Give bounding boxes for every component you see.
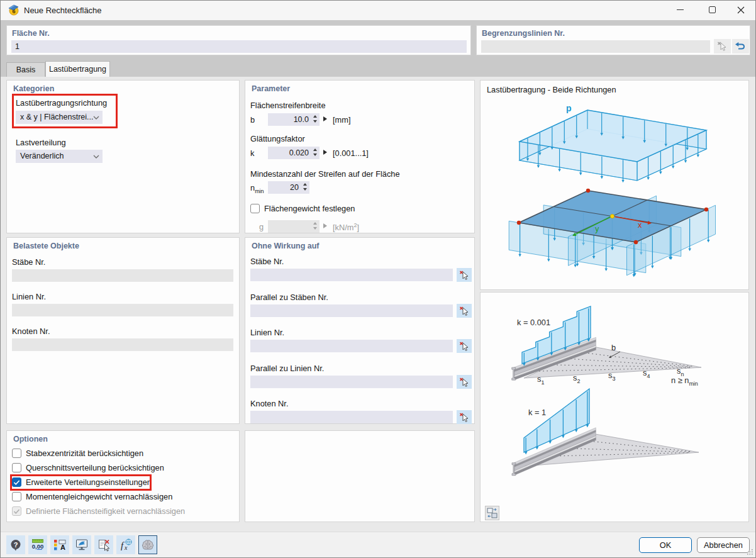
chevron-down-icon [93, 155, 99, 159]
pick-cursor-icon [716, 40, 728, 52]
annotation-box-erweiterte [10, 474, 152, 491]
cancel-button[interactable]: Abbrechen [697, 537, 750, 553]
tab-basis[interactable]: Basis [6, 62, 45, 77]
b-input[interactable]: 10.0 [268, 113, 320, 126]
y-axis-label: y [595, 224, 599, 233]
linien-input[interactable] [12, 304, 233, 316]
checkbox-definierte-steifigkeit[interactable] [12, 506, 21, 516]
deselect-cursor-icon [459, 376, 470, 388]
p-load-label: p [566, 103, 572, 113]
toolbar-apply-view-button[interactable] [72, 535, 91, 554]
toolbar-display-options-button[interactable]: A [50, 535, 69, 554]
g-symbol: g [259, 222, 264, 232]
ohne-knoten-label: Knoten Nr. [250, 399, 288, 408]
decimal-places-icon: 0,00 [31, 538, 45, 552]
begrenzung-label: Begrenzungslinien Nr. [482, 29, 565, 38]
spinner-arrows[interactable] [303, 183, 307, 191]
staebe-input[interactable] [12, 269, 233, 282]
maximize-button[interactable] [709, 6, 716, 13]
help-icon: ? [9, 538, 22, 551]
apply-to-view-icon [75, 538, 89, 552]
k-detail-arrow[interactable] [323, 150, 327, 155]
belastete-title: Belastete Objekte [13, 242, 79, 250]
verteilung-select[interactable]: Veränderlich [16, 150, 103, 163]
kategorien-panel: Kategorien Lastübertragungsrichtung x & … [6, 80, 240, 233]
stabexzentrizitaet-label: Stabexzentrizität berücksichtigen [26, 449, 143, 458]
ohne-knoten-pick-button[interactable] [457, 410, 472, 424]
ohne-parallel-staebe-input[interactable] [250, 304, 453, 317]
definierte-steifigkeit-label: Definierte Flächensteifigkeit vernachläs… [26, 506, 185, 516]
ohne-staebe-pick-button[interactable] [457, 268, 472, 282]
toolbar-help-button[interactable]: ? [6, 535, 25, 554]
staebe-label: Stäbe Nr. [12, 257, 45, 267]
begrenzung-pick-button[interactable] [714, 39, 731, 53]
nmin-value: 20 [290, 181, 299, 194]
linien-label: Linien Nr. [12, 292, 46, 301]
ai-assist-icon [141, 538, 155, 552]
ohne-parallel-staebe-pick-button[interactable] [457, 304, 472, 318]
b-symbol: b [250, 115, 255, 125]
flaeche-label: Fläche Nr. [12, 29, 50, 38]
toolbar-decimal-button[interactable]: 0,00 [28, 535, 47, 554]
parameter-title: Parameter [252, 84, 290, 93]
ohne-wirkung-panel: Ohne Wirkung auf Stäbe Nr. Parallel zu S… [245, 237, 475, 424]
ohne-knoten-input[interactable] [250, 411, 453, 423]
checkbox-momentengleichgewicht[interactable] [12, 492, 21, 501]
flaeche-input[interactable]: 1 [11, 40, 467, 53]
tab-lastuebertragung[interactable]: Lastübertragung [45, 61, 110, 77]
k-input[interactable]: 0.020 [268, 147, 320, 159]
preview-top-panel: Lastübertragung - Beide Richtungen p x y [480, 80, 749, 290]
ohne-linien-pick-button[interactable] [457, 339, 472, 353]
checkbox-flaechengewicht[interactable] [250, 204, 260, 213]
n-symbol: nmin [250, 183, 264, 194]
spinner-arrows[interactable] [313, 148, 317, 156]
s2-label: s2 [573, 373, 580, 384]
toolbar-deselect-button[interactable] [94, 535, 113, 554]
verteilung-label: Lastverteilung [16, 138, 66, 147]
b-unit: [mm] [333, 115, 350, 125]
begrenzung-undo-button[interactable] [732, 39, 749, 53]
spinner-arrows[interactable] [313, 115, 317, 123]
deselect-cursor-icon [459, 269, 470, 281]
knoten-input[interactable] [12, 338, 233, 351]
mindest-label: Mindestanzahl der Streifen auf der Fläch… [250, 169, 400, 179]
begrenzung-panel: Begrenzungslinien Nr. [476, 25, 750, 55]
ohne-staebe-input[interactable] [250, 269, 453, 281]
ohne-linien-input[interactable] [250, 340, 453, 352]
checkbox-stabexzentrizitaet[interactable] [12, 449, 21, 458]
optionen-panel: Optionen Stabexzentrizität berücksichtig… [6, 430, 240, 522]
checkbox-querschnittsverteilung[interactable] [12, 463, 21, 472]
k2-label: k = 1 [528, 408, 546, 417]
minimize-button[interactable] [677, 9, 684, 10]
k-symbol: k [250, 148, 254, 158]
toolbar-ai-button[interactable] [138, 535, 157, 554]
titlebar: 6 Neue Rechteckfläche [0, 0, 756, 20]
begrenzung-input[interactable] [481, 40, 710, 53]
querschnittsverteilung-label: Querschnittsverteilung berücksichtigen [26, 463, 164, 472]
nmin-input[interactable]: 20 [268, 181, 309, 194]
breite-label: Flächenstreifenbreite [250, 101, 326, 110]
annotation-box-richtung [12, 94, 118, 128]
toolbar-formula-button[interactable]: f x [116, 535, 135, 554]
preview-bottom-panel: k = 0.001 b s1 s2 s3 s4 sn n ≥ nmin k = … [480, 292, 749, 522]
formula-icon: f x [119, 538, 133, 552]
kategorien-title: Kategorien [13, 84, 54, 93]
toggle-diagram-button[interactable] [485, 506, 499, 520]
close-button[interactable] [737, 6, 745, 14]
verteilung-value: Veränderlich [20, 152, 64, 160]
x-axis-label: x [638, 220, 642, 230]
svg-text:x: x [124, 544, 128, 551]
s4-label: s4 [643, 368, 650, 379]
ohne-parallel-linien-pick-button[interactable] [457, 375, 472, 389]
spinner-arrows [313, 222, 317, 230]
ok-button[interactable]: OK [639, 537, 692, 553]
ohne-parallel-linien-input[interactable] [250, 376, 453, 388]
b-detail-arrow[interactable] [323, 116, 327, 121]
check-icon [13, 508, 21, 515]
flaechengewicht-label: Flächengewicht festlegen [264, 204, 355, 213]
resize-grip[interactable] [747, 549, 753, 555]
g-input[interactable] [268, 220, 320, 233]
b-strip-label: b [611, 343, 616, 352]
deselect-cursor-icon [459, 340, 470, 352]
s1-label: s1 [537, 374, 544, 386]
